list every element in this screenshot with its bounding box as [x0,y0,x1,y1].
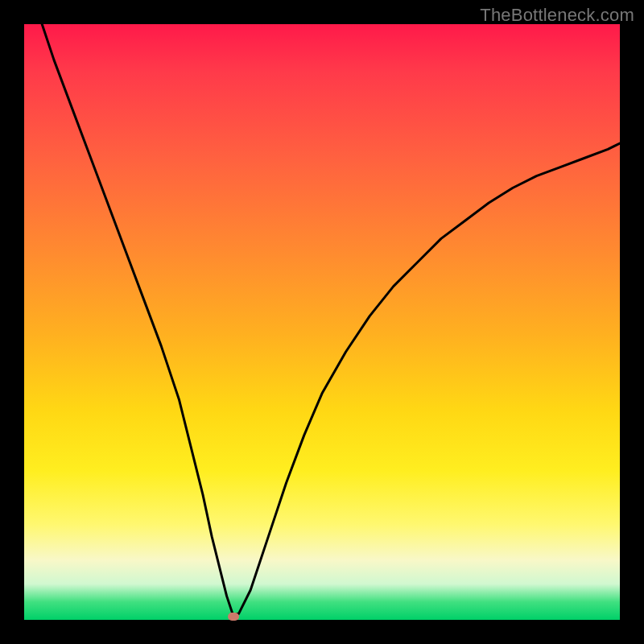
bottleneck-curve [24,24,620,620]
watermark-text: TheBottleneck.com [480,5,634,26]
chart-plot-area [24,24,620,620]
optimal-point-marker [228,613,239,621]
